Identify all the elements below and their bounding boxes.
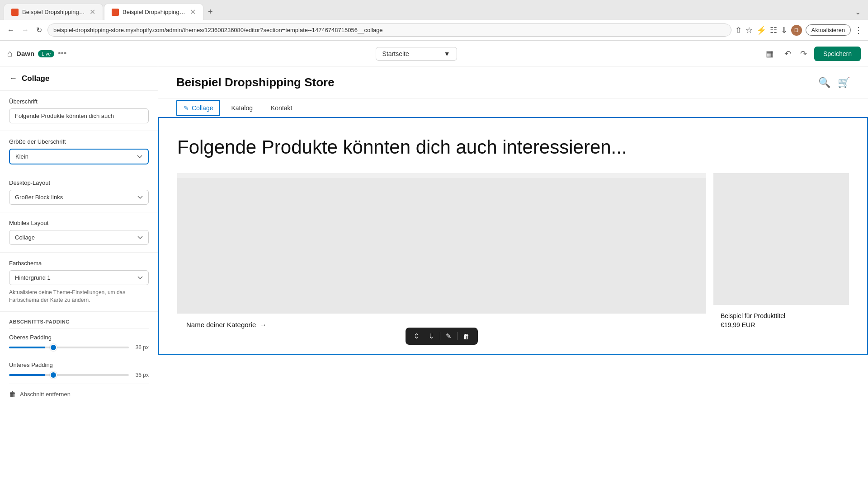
groesse-select[interactable]: Klein Mittel Groß (9, 149, 149, 164)
store-nav: ✎ Collage Katalog Kontakt (158, 99, 868, 117)
toolbar-move-down-button[interactable]: ⇓ (424, 330, 439, 342)
trash-icon: 🗑 (9, 390, 16, 399)
unteres-padding-slider[interactable] (9, 374, 129, 376)
desktop-layout-section: Desktop-Layout Großer Block links Großer… (0, 172, 158, 212)
unteres-padding-label: Unteres Padding (9, 361, 149, 368)
address-input[interactable] (47, 23, 731, 37)
toolbar-edit-button[interactable]: ✎ (441, 330, 456, 342)
unteres-padding-value: 36 px (132, 372, 149, 378)
header-right: ↶ ↷ Speichern (783, 47, 861, 61)
search-icon[interactable]: 🔍 (818, 77, 830, 89)
back-button[interactable]: ← (5, 24, 16, 36)
page-dropdown-value: Startseite (382, 50, 409, 57)
unteres-padding-section: Unteres Padding 36 px (0, 356, 158, 384)
address-bar: ← → ↻ ⇧ ☆ ⚡ ☷ ⇓ D Aktualisieren ⋮ (0, 20, 868, 41)
desktop-layout-label: Desktop-Layout (9, 179, 149, 186)
collage-nav-label: Collage (192, 104, 213, 112)
sidebar-title: Collage (22, 74, 49, 83)
oberes-padding-slider[interactable] (9, 347, 129, 348)
tab-close-1[interactable]: ✕ (90, 8, 95, 16)
farbschema-label: Farbschema (9, 260, 149, 267)
collage-section: Folgende Produkte könnten dich auch inte… (158, 117, 868, 355)
redo-button[interactable]: ↷ (798, 47, 809, 61)
toolbar-divider-2 (457, 332, 458, 340)
sidebar: ← Collage Überschrift Größe der Überschr… (0, 66, 158, 488)
toolbar-move-up-button[interactable]: ⇕ (409, 330, 424, 342)
nav-item-katalog[interactable]: Katalog (224, 99, 259, 117)
oberes-padding-section: Oberes Padding 36 px (0, 328, 158, 356)
collage-heading: Folgende Produkte könnten dich auch inte… (177, 136, 849, 159)
reload-button[interactable]: ↻ (34, 24, 44, 36)
product-title: Beispiel für Produkttitel (721, 312, 842, 319)
tab-favicon-1 (11, 9, 19, 16)
browser-tab-2[interactable]: Beispiel Dropshipping Store ·... ✕ (104, 4, 203, 20)
collage-main-block[interactable]: Name deiner Kategorie → (177, 173, 706, 336)
theme-name-label: Dawn (16, 50, 34, 57)
toolbar-delete-button[interactable]: 🗑 (458, 331, 474, 342)
browser-tab-1[interactable]: Beispiel Dropshipping Store ·... ✕ (4, 4, 103, 20)
grid-icon[interactable]: ☷ (770, 25, 777, 35)
app-header: ⌂ Dawn Live ••• Startseite ▼ ▦ ↶ ↷ Speic… (0, 41, 868, 66)
collage-badge-icon: ✎ (184, 104, 189, 112)
profile-icon[interactable]: D (791, 25, 802, 36)
mobiles-layout-label: Mobiles Layout (9, 220, 149, 226)
collage-nav-badge[interactable]: ✎ Collage (176, 100, 220, 116)
desktop-layout-select[interactable]: Großer Block links Großer Block rechts K… (9, 190, 149, 205)
tab-close-2[interactable]: ✕ (190, 8, 196, 16)
browser-actions: ⇧ ☆ ⚡ ☷ ⇓ D Aktualisieren ⋮ (735, 24, 863, 36)
oberes-padding-value: 36 px (132, 344, 149, 351)
preview-inner: Beispiel Dropshipping Store 🔍 🛒 ✎ Collag… (158, 66, 868, 488)
forward-button[interactable]: → (20, 24, 31, 36)
unteres-padding-row: 36 px (9, 372, 149, 378)
browser-menu-icon[interactable]: ⋮ (854, 25, 863, 35)
chevron-down-icon: ▼ (444, 50, 450, 57)
padding-section-label: ABSCHNITTS-PADDING (9, 319, 149, 324)
collage-main-block-wrapper: Name deiner Kategorie → ⇕ ⇓ ✎ (177, 173, 706, 336)
delete-section-button[interactable]: 🗑 Abschnitt entfernen (0, 384, 158, 405)
groesse-label: Größe der Überschrift (9, 138, 149, 145)
tab-bar-menu[interactable]: ⌄ (851, 6, 864, 18)
oberes-padding-row: 36 px (9, 344, 149, 351)
collage-main-image (177, 178, 706, 314)
store-name: Beispiel Dropshipping Store (176, 75, 335, 89)
mobiles-layout-section: Mobiles Layout Collage Spalte (0, 212, 158, 253)
store-header: Beispiel Dropshipping Store 🔍 🛒 (158, 66, 868, 99)
collage-category-label: Name deiner Kategorie → (186, 321, 266, 328)
sidebar-back-button[interactable]: ← (9, 74, 17, 83)
nav-home-icon[interactable]: ⌂ (7, 48, 13, 59)
floating-toolbar: ⇕ ⇓ ✎ 🗑 (406, 328, 478, 345)
grid-view-icon[interactable]: ▦ (766, 49, 774, 59)
new-tab-button[interactable]: + (204, 5, 217, 19)
nav-item-kontakt[interactable]: Kontakt (264, 99, 299, 117)
farbschema-select[interactable]: Hintergrund 1 Hintergrund 2 Hintergrund … (9, 270, 149, 285)
app-header-left: ⌂ Dawn Live ••• (7, 48, 66, 59)
update-button[interactable]: Aktualisieren (806, 24, 851, 36)
tab-bar: Beispiel Dropshipping Store ·... ✕ Beisp… (0, 0, 868, 20)
cart-icon[interactable]: 🛒 (838, 77, 850, 89)
download-icon[interactable]: ⇓ (781, 25, 788, 35)
bookmark-icon[interactable]: ☆ (745, 25, 753, 35)
ueberschrift-section: Überschrift (0, 91, 158, 131)
delete-section-label: Abschnitt entfernen (20, 391, 71, 398)
collage-grid: Name deiner Kategorie → ⇕ ⇓ ✎ (177, 173, 849, 336)
tab-favicon-2 (112, 9, 119, 16)
padding-divider: ABSCHNITTS-PADDING (0, 312, 158, 328)
page-dropdown[interactable]: Startseite ▼ (376, 47, 457, 61)
save-button[interactable]: Speichern (814, 47, 861, 61)
tab-title-2: Beispiel Dropshipping Store ·... (123, 9, 186, 15)
tab-title-1: Beispiel Dropshipping Store ·... (22, 9, 86, 15)
mobiles-layout-select[interactable]: Collage Spalte (9, 230, 149, 245)
live-badge: Live (38, 50, 54, 57)
undo-button[interactable]: ↶ (783, 47, 793, 61)
collage-side-image (713, 173, 849, 305)
browser-chrome: Beispiel Dropshipping Store ·... ✕ Beisp… (0, 0, 868, 41)
share-icon[interactable]: ⇧ (735, 25, 742, 35)
collage-side-block[interactable]: Beispiel für Produkttitel €19,99 EUR (713, 173, 849, 336)
header-dots-menu[interactable]: ••• (58, 49, 66, 58)
oberes-padding-label: Oberes Padding (9, 334, 149, 341)
page-selector: Startseite ▼ (72, 47, 760, 61)
ueberschrift-input[interactable] (9, 108, 149, 123)
app-layout: ⌂ Dawn Live ••• Startseite ▼ ▦ ↶ ↷ Speic… (0, 41, 868, 488)
extensions-icon[interactable]: ⚡ (756, 25, 766, 35)
sidebar-header: ← Collage (0, 66, 158, 91)
